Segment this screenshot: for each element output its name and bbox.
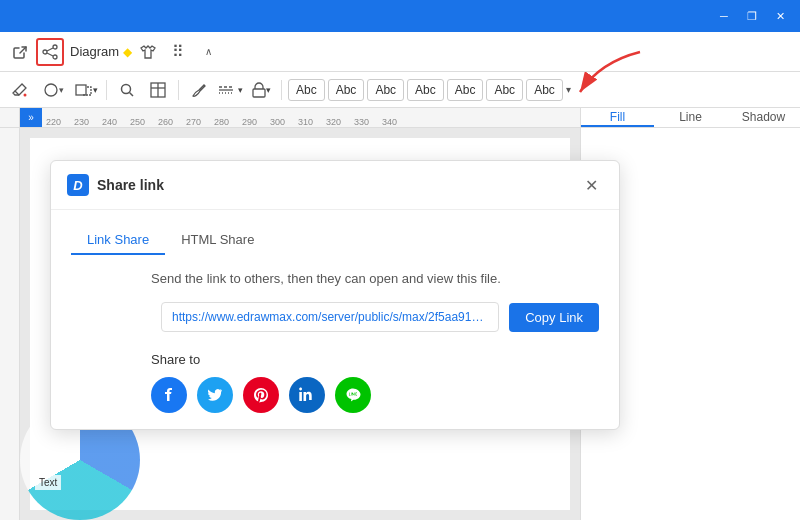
separator-1 [106, 80, 107, 100]
ruler-mark: 260 [158, 117, 186, 127]
expand-panel-button[interactable]: » [20, 108, 42, 127]
link-url-input[interactable]: https://www.edrawmax.com/server/public/s… [161, 302, 499, 332]
line-share-button[interactable] [335, 377, 371, 413]
svg-rect-17 [253, 89, 265, 97]
share-link-dialog: D Share link ✕ Link Share HTML Share Sen… [50, 160, 620, 430]
dialog-close-button[interactable]: ✕ [579, 173, 603, 197]
diagram-text: Diagram [70, 44, 119, 59]
panel-content [581, 128, 800, 148]
close-button[interactable]: ✕ [768, 4, 792, 28]
more-options-icon[interactable]: ⠿ [164, 38, 192, 66]
chevron-up-icon[interactable]: ∧ [194, 38, 222, 66]
svg-point-0 [43, 50, 47, 54]
abc-button-1[interactable]: Abc [288, 79, 325, 101]
diamond-icon: ◆ [123, 45, 132, 59]
brush-icon[interactable] [185, 76, 213, 104]
ruler-mark: 290 [242, 117, 270, 127]
paint-bucket-icon[interactable] [6, 76, 34, 104]
share-connect-icon[interactable] [36, 38, 64, 66]
abc-button-7[interactable]: Abc [526, 79, 563, 101]
right-panel-tabs: Fill Line Shadow [580, 108, 800, 127]
ruler: 220 230 240 250 260 270 280 290 300 310 … [42, 108, 580, 127]
nav-link-share[interactable]: Link Share [71, 226, 165, 255]
svg-point-9 [122, 84, 131, 93]
ruler-mark: 240 [102, 117, 130, 127]
toolbar-2: ▾ ▾ ▾ [0, 72, 800, 108]
abc-dropdown[interactable]: ▾ [566, 84, 571, 95]
ruler-mark: 330 [354, 117, 382, 127]
svg-line-10 [130, 92, 134, 96]
search-icon[interactable] [113, 76, 141, 104]
nav-html-share[interactable]: HTML Share [165, 226, 270, 255]
abc-button-3[interactable]: Abc [367, 79, 404, 101]
ruler-row: » 220 230 240 250 260 270 280 290 300 31… [0, 108, 800, 128]
pinterest-share-button[interactable] [243, 377, 279, 413]
shirt-icon[interactable] [134, 38, 162, 66]
ruler-mark: 320 [326, 117, 354, 127]
link-row: https://www.edrawmax.com/server/public/s… [71, 302, 599, 332]
share-icon-normal[interactable] [6, 38, 34, 66]
tab-shadow[interactable]: Shadow [727, 108, 800, 127]
abc-button-6[interactable]: Abc [486, 79, 523, 101]
line-style-dropdown[interactable]: ▾ [216, 76, 244, 104]
dialog-icon-letter: D [73, 178, 82, 193]
title-bar: ─ ❐ ✕ [0, 0, 800, 32]
ruler-mark: 270 [186, 117, 214, 127]
tab-fill[interactable]: Fill [581, 108, 654, 127]
abc-button-4[interactable]: Abc [407, 79, 444, 101]
dialog-content: Send the link to others, then they can o… [71, 271, 599, 413]
transform-icon[interactable]: ▾ [72, 76, 100, 104]
svg-line-4 [47, 53, 53, 56]
minimize-button[interactable]: ─ [712, 4, 736, 28]
ruler-mark: 220 [46, 117, 74, 127]
separator-3 [281, 80, 282, 100]
svg-point-7 [45, 84, 57, 96]
linkedin-share-button[interactable] [289, 377, 325, 413]
vertical-ruler [0, 128, 20, 520]
svg-line-3 [47, 48, 53, 51]
abc-button-5[interactable]: Abc [447, 79, 484, 101]
facebook-share-button[interactable] [151, 377, 187, 413]
abc-button-2[interactable]: Abc [328, 79, 365, 101]
svg-point-6 [24, 93, 27, 96]
svg-point-2 [53, 55, 57, 59]
dialog-nav: Link Share HTML Share [71, 226, 599, 255]
share-to-label: Share to [151, 352, 599, 367]
info-text: Send the link to others, then they can o… [151, 271, 599, 286]
dialog-body: Link Share HTML Share Send the link to o… [51, 210, 619, 429]
share-section: Share to [71, 352, 599, 413]
shapes-dropdown[interactable]: ▾ [37, 76, 69, 104]
ruler-mark: 340 [382, 117, 410, 127]
lock-icon[interactable]: ▾ [247, 76, 275, 104]
tab-line[interactable]: Line [654, 108, 727, 127]
ruler-mark: 230 [74, 117, 102, 127]
dialog-header: D Share link ✕ [51, 161, 619, 210]
social-share-icons [151, 377, 599, 413]
copy-link-button[interactable]: Copy Link [509, 303, 599, 332]
ruler-mark: 300 [270, 117, 298, 127]
dialog-title: Share link [97, 177, 571, 193]
maximize-button[interactable]: ❐ [740, 4, 764, 28]
svg-point-1 [53, 45, 57, 49]
twitter-share-button[interactable] [197, 377, 233, 413]
table-icon[interactable] [144, 76, 172, 104]
toolbar-1: Diagram ◆ ⠿ ∧ [0, 32, 800, 72]
ruler-mark: 310 [298, 117, 326, 127]
ruler-mark: 250 [130, 117, 158, 127]
dialog-title-icon: D [67, 174, 89, 196]
diagram-label: Diagram ◆ [70, 44, 132, 59]
canvas-label: Text [35, 475, 61, 490]
svg-rect-8 [76, 85, 86, 95]
ruler-mark: 280 [214, 117, 242, 127]
separator-2 [178, 80, 179, 100]
